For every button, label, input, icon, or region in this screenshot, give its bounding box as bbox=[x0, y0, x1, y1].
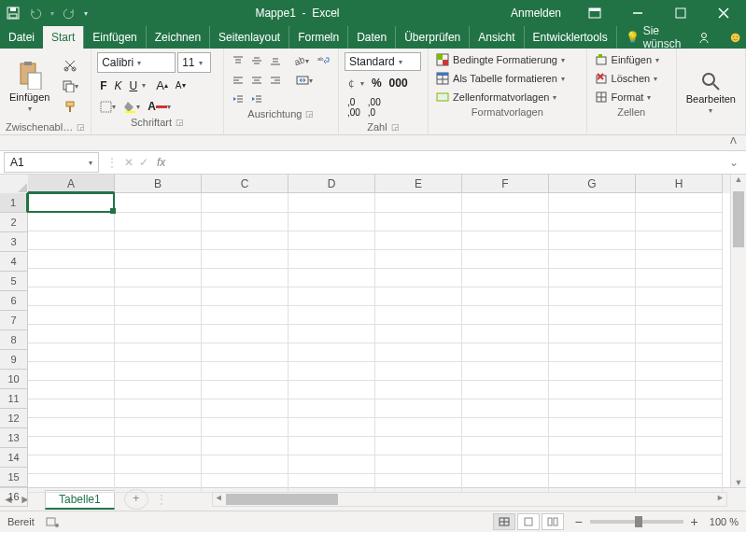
cell[interactable] bbox=[375, 399, 462, 418]
comma-style-icon[interactable]: 000 bbox=[387, 75, 411, 91]
cell[interactable] bbox=[375, 268, 462, 287]
row-header[interactable]: 14 bbox=[0, 448, 28, 468]
row-header[interactable]: 1 bbox=[0, 193, 28, 213]
qat-customize-icon[interactable]: ▾ bbox=[84, 9, 88, 18]
cell[interactable] bbox=[202, 305, 289, 325]
cell[interactable] bbox=[202, 417, 289, 437]
editing-button[interactable]: Bearbeiten▾ bbox=[683, 69, 739, 117]
cell[interactable] bbox=[289, 361, 375, 381]
cell[interactable] bbox=[289, 417, 375, 437]
cell[interactable] bbox=[28, 305, 115, 325]
cell[interactable] bbox=[28, 361, 115, 381]
cell[interactable] bbox=[549, 436, 636, 455]
cell[interactable] bbox=[549, 268, 636, 287]
tab-datei[interactable]: Datei bbox=[0, 26, 43, 49]
cell[interactable] bbox=[28, 380, 115, 399]
cell[interactable] bbox=[549, 455, 636, 474]
cell[interactable] bbox=[549, 361, 636, 381]
cell[interactable] bbox=[28, 324, 115, 343]
share-icon[interactable] bbox=[689, 26, 719, 49]
cell[interactable] bbox=[115, 193, 202, 213]
cancel-formula-icon[interactable]: ✕ bbox=[121, 154, 136, 171]
cell[interactable] bbox=[28, 231, 115, 250]
cut-icon[interactable] bbox=[59, 57, 81, 74]
grow-font-icon[interactable]: A▴ bbox=[153, 77, 171, 94]
collapse-ribbon-icon[interactable]: ᐱ bbox=[0, 135, 746, 151]
undo-icon[interactable] bbox=[28, 6, 43, 21]
increase-indent-icon[interactable] bbox=[248, 91, 265, 106]
select-all-button[interactable] bbox=[0, 175, 29, 194]
cell[interactable] bbox=[28, 436, 115, 455]
bold-button[interactable]: F bbox=[97, 77, 109, 94]
cell[interactable] bbox=[549, 399, 636, 418]
cell[interactable] bbox=[115, 361, 202, 381]
cell[interactable] bbox=[636, 268, 723, 287]
tab-seitenlayout[interactable]: Seitenlayout bbox=[209, 26, 289, 49]
cell[interactable] bbox=[549, 417, 636, 437]
cell[interactable] bbox=[375, 473, 462, 493]
cell[interactable] bbox=[375, 212, 462, 231]
cell[interactable] bbox=[115, 287, 202, 306]
cell[interactable] bbox=[28, 417, 115, 437]
cell[interactable] bbox=[289, 193, 375, 213]
cell-styles-button[interactable]: Zellenformatvorlagen▾ bbox=[434, 90, 580, 105]
expand-formula-bar-icon[interactable]: ⌄ bbox=[722, 156, 746, 169]
cell[interactable] bbox=[462, 231, 549, 250]
cell[interactable] bbox=[115, 305, 202, 325]
cell[interactable] bbox=[289, 287, 375, 306]
cell[interactable] bbox=[202, 380, 289, 399]
cell[interactable] bbox=[289, 343, 375, 362]
cell[interactable] bbox=[202, 436, 289, 455]
cell[interactable] bbox=[115, 417, 202, 437]
cell[interactable] bbox=[375, 193, 462, 213]
row-header[interactable]: 6 bbox=[0, 291, 28, 311]
cell[interactable] bbox=[462, 324, 549, 343]
cell[interactable] bbox=[636, 473, 723, 493]
tab-start[interactable]: Start bbox=[43, 26, 83, 49]
cell[interactable] bbox=[375, 455, 462, 474]
row-header[interactable]: 12 bbox=[0, 409, 28, 428]
cell[interactable] bbox=[636, 324, 723, 343]
align-middle-icon[interactable] bbox=[248, 53, 265, 68]
align-right-icon[interactable] bbox=[267, 73, 284, 88]
cell[interactable] bbox=[636, 287, 723, 306]
merge-center-icon[interactable]: ▾ bbox=[293, 73, 316, 88]
cell[interactable] bbox=[289, 399, 375, 418]
cell[interactable] bbox=[462, 212, 549, 231]
formula-input[interactable] bbox=[171, 153, 722, 172]
row-header[interactable]: 11 bbox=[0, 389, 28, 409]
cell[interactable] bbox=[462, 268, 549, 287]
orientation-icon[interactable]: ab▾ bbox=[289, 52, 312, 69]
cell[interactable] bbox=[28, 268, 115, 287]
cell[interactable] bbox=[375, 231, 462, 250]
row-header[interactable]: 10 bbox=[0, 370, 28, 389]
conditional-formatting-button[interactable]: Bedingte Formatierung▾ bbox=[434, 52, 580, 67]
underline-button[interactable]: U bbox=[127, 77, 141, 94]
undo-dropdown-icon[interactable]: ▾ bbox=[50, 9, 54, 18]
cell[interactable] bbox=[462, 249, 549, 269]
cell[interactable] bbox=[549, 324, 636, 343]
cell[interactable] bbox=[549, 212, 636, 231]
minimize-button[interactable] bbox=[619, 0, 656, 26]
cell[interactable] bbox=[115, 436, 202, 455]
row-header[interactable]: 16 bbox=[0, 487, 28, 507]
delete-cells-button[interactable]: Löschen▾ bbox=[593, 71, 670, 86]
cell[interactable] bbox=[115, 268, 202, 287]
cell[interactable] bbox=[375, 249, 462, 269]
cell[interactable] bbox=[375, 305, 462, 325]
cell[interactable] bbox=[289, 305, 375, 325]
cell[interactable] bbox=[636, 399, 723, 418]
row-header[interactable]: 8 bbox=[0, 330, 28, 350]
zoom-slider[interactable] bbox=[590, 520, 683, 524]
cell[interactable] bbox=[462, 399, 549, 418]
cell[interactable] bbox=[28, 473, 115, 493]
cell[interactable] bbox=[636, 193, 723, 213]
shrink-font-icon[interactable]: A▾ bbox=[173, 78, 189, 92]
cell[interactable] bbox=[375, 436, 462, 455]
decrease-decimal-icon[interactable]: ,00,0 bbox=[365, 95, 384, 119]
save-icon[interactable] bbox=[6, 6, 21, 21]
dialog-launcher-icon[interactable]: ◲ bbox=[77, 122, 85, 132]
increase-decimal-icon[interactable]: ,0,00 bbox=[345, 95, 363, 119]
align-top-icon[interactable] bbox=[230, 53, 246, 68]
dialog-launcher-icon[interactable]: ◲ bbox=[391, 122, 400, 132]
